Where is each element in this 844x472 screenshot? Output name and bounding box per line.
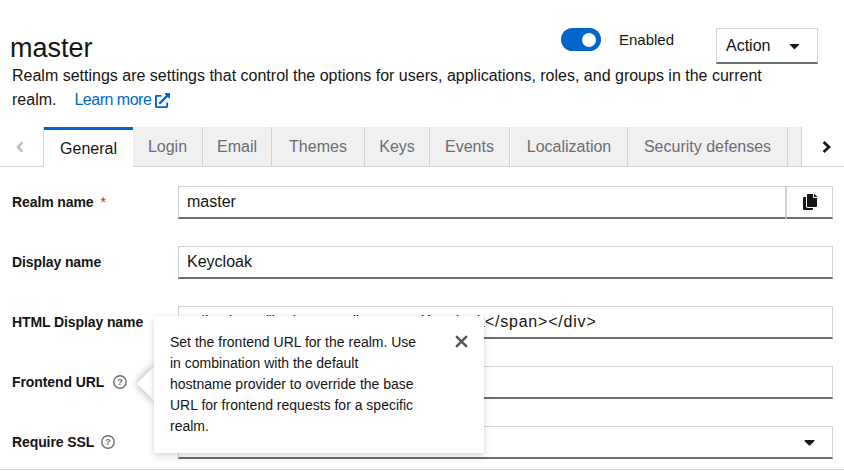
svg-text:?: ? [105, 437, 110, 447]
svg-text:?: ? [117, 377, 122, 387]
